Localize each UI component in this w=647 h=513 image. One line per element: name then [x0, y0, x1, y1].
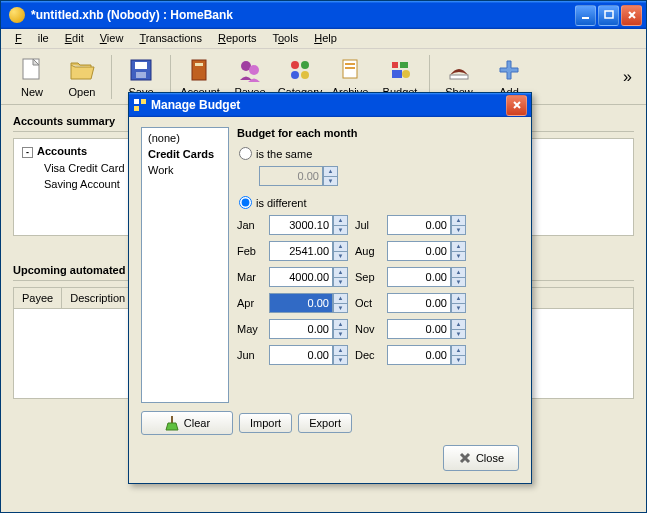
month-input[interactable]	[269, 241, 333, 261]
svg-point-13	[301, 71, 309, 79]
month-input[interactable]	[269, 215, 333, 235]
menubar: File Edit View Transactions Reports Tool…	[1, 29, 646, 49]
svg-rect-16	[345, 67, 355, 69]
close-button[interactable]: Close	[443, 445, 519, 471]
menu-help[interactable]: Help	[306, 29, 345, 48]
spin-down-icon[interactable]: ▼	[333, 329, 348, 340]
category-item[interactable]: (none)	[142, 130, 228, 146]
spin-up-icon[interactable]: ▲	[333, 319, 348, 329]
month-spinbox[interactable]: ▲▼	[387, 241, 467, 261]
month-label: Apr	[237, 297, 263, 309]
radio-same[interactable]	[239, 147, 252, 160]
month-input[interactable]	[387, 267, 451, 287]
spin-up-icon[interactable]: ▲	[451, 293, 466, 303]
menu-edit[interactable]: Edit	[57, 29, 92, 48]
month-input[interactable]	[269, 267, 333, 287]
month-spinbox[interactable]: ▲▼	[269, 293, 349, 313]
spin-up-icon[interactable]: ▲	[333, 267, 348, 277]
month-spinbox[interactable]: ▲▼	[269, 215, 349, 235]
export-button[interactable]: Export	[298, 413, 352, 433]
spin-down-icon[interactable]: ▼	[451, 251, 466, 262]
menu-tools[interactable]: Tools	[264, 29, 306, 48]
spin-down-icon[interactable]: ▼	[451, 329, 466, 340]
month-spinbox[interactable]: ▲▼	[387, 319, 467, 339]
month-input[interactable]	[269, 319, 333, 339]
show-icon	[443, 56, 475, 84]
svg-point-9	[249, 65, 259, 75]
clear-button[interactable]: Clear	[141, 411, 233, 435]
svg-rect-5	[136, 72, 146, 78]
spin-up-icon[interactable]: ▲	[451, 345, 466, 355]
month-grid: Jan▲▼Jul▲▼Feb▲▼Aug▲▼Mar▲▼Sep▲▼Apr▲▼Oct▲▼…	[237, 215, 519, 365]
add-icon	[493, 56, 525, 84]
month-spinbox[interactable]: ▲▼	[387, 215, 467, 235]
spin-down-icon[interactable]: ▼	[333, 355, 348, 366]
menu-view[interactable]: View	[92, 29, 132, 48]
category-item[interactable]: Credit Cards	[142, 146, 228, 162]
collapse-icon[interactable]: -	[22, 147, 33, 158]
spin-up-icon[interactable]: ▲	[451, 319, 466, 329]
month-input[interactable]	[387, 319, 451, 339]
dialog-close-button[interactable]	[506, 95, 527, 116]
folder-open-icon	[66, 56, 98, 84]
menu-transactions[interactable]: Transactions	[131, 29, 210, 48]
month-spinbox[interactable]: ▲▼	[269, 319, 349, 339]
spin-down-icon[interactable]: ▼	[333, 251, 348, 262]
spin-up-icon[interactable]: ▲	[451, 241, 466, 251]
month-spinbox[interactable]: ▲▼	[387, 293, 467, 313]
menu-reports[interactable]: Reports	[210, 29, 265, 48]
month-label: Jan	[237, 219, 263, 231]
category-item[interactable]: Work	[142, 162, 228, 178]
save-icon	[125, 56, 157, 84]
spin-down-icon[interactable]: ▼	[333, 225, 348, 236]
archive-icon	[334, 56, 366, 84]
month-label: Sep	[355, 271, 381, 283]
month-label: May	[237, 323, 263, 335]
spin-up-icon[interactable]: ▲	[451, 215, 466, 225]
month-input[interactable]	[387, 293, 451, 313]
category-list[interactable]: (none) Credit Cards Work	[141, 127, 229, 403]
radio-different-row[interactable]: is different	[239, 196, 519, 209]
spin-down-icon[interactable]: ▼	[451, 355, 466, 366]
month-input[interactable]	[387, 345, 451, 365]
svg-rect-21	[134, 106, 139, 111]
month-spinbox[interactable]: ▲▼	[387, 267, 467, 287]
month-input[interactable]	[269, 293, 333, 313]
month-spinbox[interactable]: ▲▼	[269, 241, 349, 261]
month-label: Oct	[355, 297, 381, 309]
toolbar-new[interactable]: New	[7, 56, 57, 98]
menu-file[interactable]: File	[7, 29, 57, 48]
spin-up-icon[interactable]: ▲	[333, 241, 348, 251]
spin-up-icon[interactable]: ▲	[333, 215, 348, 225]
month-label: Feb	[237, 245, 263, 257]
spin-down-icon[interactable]: ▼	[451, 277, 466, 288]
toolbar-open[interactable]: Open	[57, 56, 107, 98]
minimize-button[interactable]	[575, 5, 596, 26]
toolbar-overflow[interactable]: »	[615, 68, 640, 86]
month-input[interactable]	[269, 345, 333, 365]
radio-different[interactable]	[239, 196, 252, 209]
spin-down-icon[interactable]: ▼	[451, 225, 466, 236]
spin-up-icon[interactable]: ▲	[451, 267, 466, 277]
spin-up-icon[interactable]: ▲	[333, 345, 348, 355]
month-input[interactable]	[387, 241, 451, 261]
spin-up-icon[interactable]: ▲	[333, 293, 348, 303]
month-spinbox[interactable]: ▲▼	[269, 267, 349, 287]
col-description[interactable]: Description	[62, 288, 134, 308]
maximize-button[interactable]	[598, 5, 619, 26]
spin-down-icon: ▼	[323, 176, 338, 187]
separator	[111, 55, 112, 99]
month-input[interactable]	[387, 215, 451, 235]
close-window-button[interactable]	[621, 5, 642, 26]
titlebar: *untitled.xhb (Nobody) : HomeBank	[1, 1, 646, 29]
account-icon	[184, 56, 216, 84]
month-spinbox[interactable]: ▲▼	[387, 345, 467, 365]
import-button[interactable]: Import	[239, 413, 292, 433]
dialog-title: Manage Budget	[151, 98, 506, 112]
spin-down-icon[interactable]: ▼	[451, 303, 466, 314]
month-spinbox[interactable]: ▲▼	[269, 345, 349, 365]
spin-down-icon[interactable]: ▼	[333, 303, 348, 314]
radio-same-row[interactable]: is the same	[239, 147, 519, 160]
spin-down-icon[interactable]: ▼	[333, 277, 348, 288]
col-payee[interactable]: Payee	[14, 288, 62, 308]
